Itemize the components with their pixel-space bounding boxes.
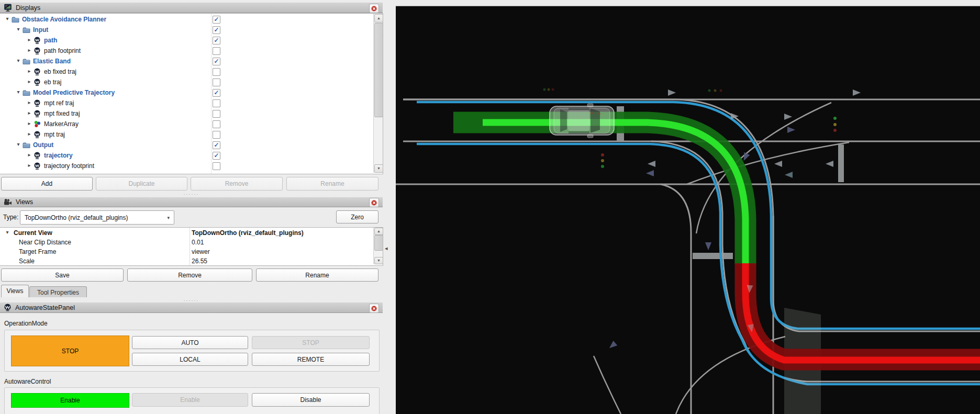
tree-item-label: path footprint [44,47,81,54]
expander-icon[interactable]: ▾ [15,26,21,32]
tree-item-label: trajectory [44,152,73,159]
view-type-value: TopDownOrtho (rviz_default_plugins) [25,214,128,221]
folder-icon [23,26,31,34]
save-view-button[interactable]: Save [1,268,124,282]
duplicate-button[interactable]: Duplicate [96,177,187,191]
disable-button[interactable]: Disable [252,393,370,407]
expander-icon[interactable]: ▾ [4,16,10,21]
remove-button[interactable]: Remove [191,177,283,191]
displays-close-button[interactable] [369,4,379,13]
expander-icon[interactable]: ▸ [26,162,32,168]
expander-icon[interactable]: ▾ [15,58,21,63]
rename-button[interactable]: Rename [286,177,378,191]
autoware-close-button[interactable] [369,304,379,313]
displays-panel-titlebar[interactable]: Displays [0,2,383,13]
tree-item-path[interactable]: ▸path [0,35,372,46]
checkbox-obstacle-avoidance-planner[interactable] [213,16,220,24]
tab-views[interactable]: Views [1,285,29,297]
scrollbar-thumb[interactable] [374,235,383,251]
tree-item-eb-fixed-traj[interactable]: ▸eb fixed traj [0,66,372,77]
expander-icon[interactable]: ▸ [26,120,32,126]
scroll-up-icon[interactable]: ▲ [374,14,383,23]
expander-icon[interactable]: ▸ [26,37,32,42]
autoware-control-status: Enable [11,393,129,408]
checkbox-eb-traj[interactable] [213,79,220,86]
auto-button[interactable]: AUTO [132,336,248,349]
scroll-up-icon[interactable]: ▲ [374,228,383,235]
expander-icon[interactable]: ▸ [26,131,32,137]
expander-icon[interactable]: ▾ [4,229,10,235]
checkbox-model-predictive-trajectory[interactable] [213,89,220,97]
scroll-down-icon[interactable]: ▼ [374,164,383,173]
tree-item-eb-traj[interactable]: ▸eb traj [0,77,372,87]
views-panel-titlebar[interactable]: Views [0,197,383,207]
expander-icon[interactable]: ▸ [26,79,32,84]
checkbox-output[interactable] [213,141,220,149]
checkbox-eb-fixed-traj[interactable] [213,68,220,76]
dock-collapse-icon[interactable]: ◂ [385,245,388,252]
checkbox-trajectory[interactable] [213,152,220,160]
displays-tree-scrollbar[interactable]: ▲ ▼ [373,14,383,173]
checkbox-input[interactable] [213,26,220,34]
checkbox-markerarray[interactable] [213,120,220,128]
tree-item-input[interactable]: ▾Input [0,25,372,35]
property-row-scale[interactable]: Scale 26.55 [0,256,372,266]
tree-item-path-footprint[interactable]: ▸path footprint [0,46,372,56]
expander-icon[interactable]: ▸ [26,47,32,53]
remote-button[interactable]: REMOTE [252,353,370,366]
add-button[interactable]: Add [1,177,93,191]
close-icon [371,306,377,311]
tree-item-mpt-fixed-traj[interactable]: ▸mpt fixed traj [0,108,372,119]
3d-viewport-canvas [396,0,980,414]
property-row-current-view[interactable]: ▾ Current View TopDownOrtho (rviz_defaul… [0,228,372,238]
display-icon [34,68,42,76]
expander-icon[interactable]: ▸ [26,110,32,116]
rviz-window: Displays ▾Obstacle Avoidance Planner▾Inp… [0,0,980,414]
autoware-panel-titlebar[interactable]: AutowareStatePanel [0,302,383,313]
zero-button[interactable]: Zero [336,210,378,223]
view-type-dropdown[interactable]: TopDownOrtho (rviz_default_plugins) ▾ [20,210,174,225]
tree-item-elastic-band[interactable]: ▾Elastic Band [0,56,372,66]
views-table-scrollbar[interactable]: ▲ ▼ [373,228,383,264]
expander-icon[interactable]: ▸ [26,68,32,74]
splitter-handle[interactable]: ······ [0,193,383,196]
checkbox-path-footprint[interactable] [213,47,220,55]
checkbox-mpt-ref-traj[interactable] [213,99,220,107]
autoware-logo-icon [4,304,12,311]
tab-tool-properties[interactable]: Tool Properties [29,286,87,297]
stop-button[interactable]: STOP [252,336,370,349]
checkbox-path[interactable] [213,37,220,44]
tree-item-obstacle-avoidance-planner[interactable]: ▾Obstacle Avoidance Planner [0,14,372,25]
tree-item-label: Obstacle Avoidance Planner [22,16,106,23]
tree-item-label: MarkerArray [44,120,79,128]
tree-item-mpt-traj[interactable]: ▸mpt traj [0,129,372,140]
local-button[interactable]: LOCAL [132,353,248,366]
tree-item-mpt-ref-traj[interactable]: ▸mpt ref traj [0,98,372,108]
checkbox-elastic-band[interactable] [213,58,220,65]
views-panel-title: Views [16,198,33,206]
view-properties-table[interactable]: ▾ Current View TopDownOrtho (rviz_defaul… [0,227,383,266]
expander-icon[interactable]: ▸ [26,152,32,158]
remove-view-button[interactable]: Remove [127,268,252,282]
property-row-near-clip[interactable]: Near Clip Distance 0.01 [0,238,372,247]
views-close-button[interactable] [369,198,379,207]
tree-item-model-predictive-trajectory[interactable]: ▾Model Predictive Trajectory [0,87,372,98]
tree-item-trajectory-footprint[interactable]: ▸trajectory footprint [0,161,372,171]
tree-item-trajectory[interactable]: ▸trajectory [0,150,372,161]
expander-icon[interactable]: ▸ [26,99,32,105]
checkbox-trajectory-footprint[interactable] [213,162,220,170]
3d-viewport[interactable] [396,0,980,414]
checkbox-mpt-traj[interactable] [213,131,220,139]
scroll-down-icon[interactable]: ▼ [374,257,383,264]
scrollbar-thumb[interactable] [374,23,383,117]
checkbox-mpt-fixed-traj[interactable] [213,110,220,118]
expander-icon[interactable]: ▾ [15,89,21,95]
rename-view-button[interactable]: Rename [256,268,378,282]
tree-item-markerarray[interactable]: ▸MarkerArray [0,119,372,129]
expander-icon[interactable]: ▾ [15,141,21,147]
enable-button[interactable]: Enable [132,393,248,407]
tree-item-label: eb traj [44,79,61,86]
tree-item-output[interactable]: ▾Output [0,140,372,150]
property-row-target-frame[interactable]: Target Frame viewer [0,247,372,256]
displays-tree[interactable]: ▾Obstacle Avoidance Planner▾Input▸path▸p… [0,13,383,174]
